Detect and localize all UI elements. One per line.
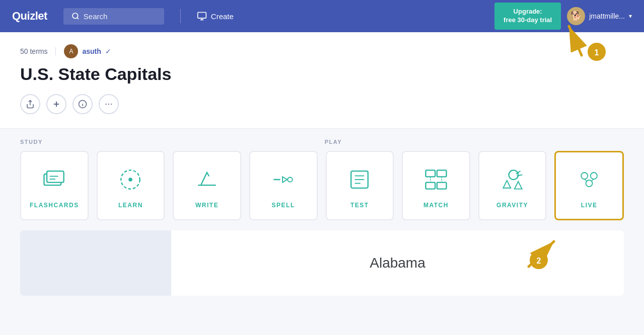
share-icon [26,100,35,109]
learn-icon [115,164,146,195]
nav-divider [180,9,181,23]
svg-line-43 [591,179,594,182]
svg-rect-31 [437,183,447,189]
play-label: PLAY [325,139,342,145]
svg-point-39 [581,173,588,179]
search-bar[interactable]: Search [63,8,164,25]
modes-grid: FLASHCARDS LEARN WRITE [20,151,624,220]
avatar: 🐕 [567,7,585,25]
spell-icon [268,164,299,195]
verified-icon: ✓ [105,47,111,55]
share-button[interactable] [20,94,40,114]
svg-point-11 [106,104,107,105]
svg-point-19 [129,178,132,181]
create-icon [197,11,207,21]
author-area: A asuth ✓ [64,44,111,58]
logo[interactable]: Quizlet [12,10,47,23]
author-avatar: A [64,44,78,58]
match-label: MATCH [423,202,449,209]
create-button[interactable]: Create [197,11,234,21]
mode-live[interactable]: LIVE [554,151,624,220]
plus-icon [52,100,61,109]
header-right: Upgrade: free 30-day trial 🐕 jmattmille.… [494,3,632,30]
modes-section: STUDY PLAY FLASHCARDS [0,129,644,220]
add-button[interactable] [46,94,66,114]
username: jmattmille... [589,12,625,20]
svg-point-12 [108,104,109,105]
study-label: STUDY [20,139,43,145]
svg-rect-15 [47,171,64,182]
page-title: U.S. State Capitals [20,64,624,84]
search-label: Search [84,12,108,21]
svg-point-0 [73,13,78,19]
svg-point-34 [509,170,518,180]
mode-flashcards[interactable]: FLASHCARDS [20,151,89,220]
info-button[interactable] [73,94,93,114]
svg-marker-36 [514,182,522,189]
card-term: Alabama [171,230,624,296]
svg-point-13 [111,104,112,105]
test-label: TEST [350,202,369,209]
info-icon [78,100,87,109]
more-icon [104,100,113,109]
search-icon [71,12,80,20]
svg-rect-2 [198,13,206,19]
mode-learn[interactable]: LEARN [97,151,165,220]
card-preview-section: Alabama [0,220,644,296]
upgrade-button[interactable]: Upgrade: free 30-day trial [494,3,561,30]
mode-write[interactable]: WRITE [173,151,241,220]
spell-label: SPELL [272,202,295,209]
svg-line-42 [585,179,588,182]
svg-marker-35 [503,181,511,188]
flashcards-icon [39,164,69,195]
svg-rect-28 [425,170,435,177]
gravity-icon [497,164,528,195]
mode-gravity[interactable]: GRAVITY [478,151,547,220]
mode-match[interactable]: MATCH [402,151,470,220]
svg-point-40 [591,173,597,179]
card-sidebar [20,230,171,296]
live-icon [574,164,604,195]
mode-spell[interactable]: SPELL [249,151,318,220]
match-icon [421,164,451,195]
test-icon [344,164,375,195]
term-text: Alabama [370,255,425,271]
chevron-icon: ▾ [629,13,632,20]
page-content: 50 terms A asuth ✓ U.S. State Capitals [0,32,644,129]
user-menu[interactable]: 🐕 jmattmille... ▾ [567,7,632,25]
more-button[interactable] [99,94,119,114]
author-name[interactable]: asuth [82,47,101,55]
svg-marker-21 [282,177,287,182]
svg-rect-29 [437,170,447,177]
write-icon [192,164,222,195]
learn-label: LEARN [118,202,143,209]
gravity-label: GRAVITY [496,202,528,209]
mode-test[interactable]: TEST [326,151,394,220]
svg-line-1 [77,18,79,19]
svg-rect-30 [425,183,435,189]
header: Quizlet Search Create Upgrade: free 30-d… [0,0,644,32]
live-label: LIVE [581,202,598,209]
action-buttons [20,94,624,114]
create-label: Create [211,12,234,21]
write-label: WRITE [195,202,219,209]
meta-separator [55,47,56,55]
flashcards-label: FLASHCARDS [30,202,79,209]
meta-row: 50 terms A asuth ✓ [20,44,624,58]
terms-count: 50 terms [20,47,47,55]
